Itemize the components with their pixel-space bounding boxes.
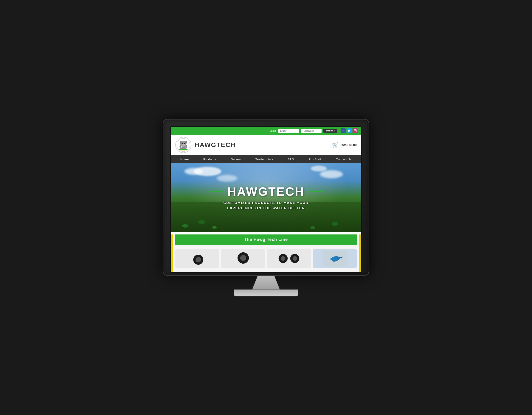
monitor-bezel: Login: Submit f [163,119,369,276]
brand-name: HAWGTECH [195,141,236,149]
nav-bar: Home Products Gallery Testimonials FAQ P… [171,155,361,163]
nav-home[interactable]: Home [179,157,191,161]
product-item-1[interactable] [175,249,219,268]
product-item-3[interactable] [267,249,311,268]
cloud-4 [311,166,327,171]
lily-pad-3 [212,226,217,229]
monitor-neck [252,276,280,290]
svg-rect-0 [354,129,356,132]
cart-area[interactable]: 🛒 Total:$0.00 [332,142,357,148]
logo-circle [175,137,191,153]
nav-testimonials[interactable]: Testimonials [254,157,275,161]
nav-gallery[interactable]: Gallery [229,157,243,161]
svg-point-20 [240,255,246,261]
svg-rect-16 [180,150,187,150]
monitor-base [234,290,298,296]
monitor-wrapper: Login: Submit f [163,119,369,296]
brand-bar: HAWGTECH 🛒 Total:$0.00 [171,135,361,155]
instagram-icon[interactable] [352,128,358,133]
product-items-row [173,247,359,272]
product-header: The Hawg Tech Line [175,235,357,245]
svg-point-2 [355,130,356,130]
cart-icon: 🛒 [332,142,338,148]
nav-pro-staff[interactable]: Pro Staff [307,157,323,161]
svg-point-11 [182,145,183,145]
lily-pad-4 [332,222,338,226]
cloud-2 [194,167,221,176]
twitter-icon[interactable] [347,128,352,133]
nav-contact-us[interactable]: Contact Us [334,157,353,161]
login-label: Login: [270,129,276,132]
lily-pad-2 [198,220,205,224]
hero-subtitle-line1: CUSTOMIZED PRODUCTS TO MAKE YOUR [209,200,323,206]
cart-total: Total:$0.00 [340,143,357,147]
svg-rect-15 [179,149,188,150]
svg-point-12 [184,145,185,145]
lily-pad-1 [182,224,188,227]
top-bar: Login: Submit f [171,127,361,135]
password-input[interactable] [301,129,322,133]
cloud-3 [320,170,343,178]
screen: Login: Submit f [170,126,362,273]
svg-point-1 [355,130,355,131]
logo-svg [177,138,190,152]
product-item-2[interactable] [221,249,265,268]
svg-point-9 [182,143,183,143]
ring-shape-medium [237,252,249,265]
email-input[interactable] [278,129,299,133]
hero-subtitle-line2: EXPERIENCE ON THE WATER BETTER [209,206,323,211]
blue-product-svg [322,251,347,267]
product-header-text: The Hawg Tech Line [244,237,288,242]
svg-point-6 [181,144,185,147]
facebook-icon[interactable]: f [341,128,346,133]
lily-pad-5 [310,226,315,229]
hero-section: HAWGTECH CUSTOMIZED PRODUCTS TO MAKE YOU… [171,163,361,232]
submit-button[interactable]: Submit [323,129,337,132]
ring-shape-small [192,254,202,263]
hero-accent-left [209,191,223,192]
hero-accent-right [309,191,323,192]
brand-left: HAWGTECH [175,137,236,153]
svg-point-22 [281,256,285,261]
nav-products[interactable]: Products [201,157,218,161]
product-item-4[interactable] [313,249,357,268]
social-icons: f [341,128,358,133]
hero-title-row: HAWGTECH [209,185,323,198]
hero-content: HAWGTECH CUSTOMIZED PRODUCTS TO MAKE YOU… [204,180,327,215]
hero-title: HAWGTECH [228,185,304,198]
product-section: The Hawg Tech Line [171,235,361,272]
svg-point-24 [293,256,297,261]
svg-point-26 [330,257,338,260]
nav-faq[interactable]: FAQ [286,157,296,161]
svg-point-18 [196,257,201,263]
